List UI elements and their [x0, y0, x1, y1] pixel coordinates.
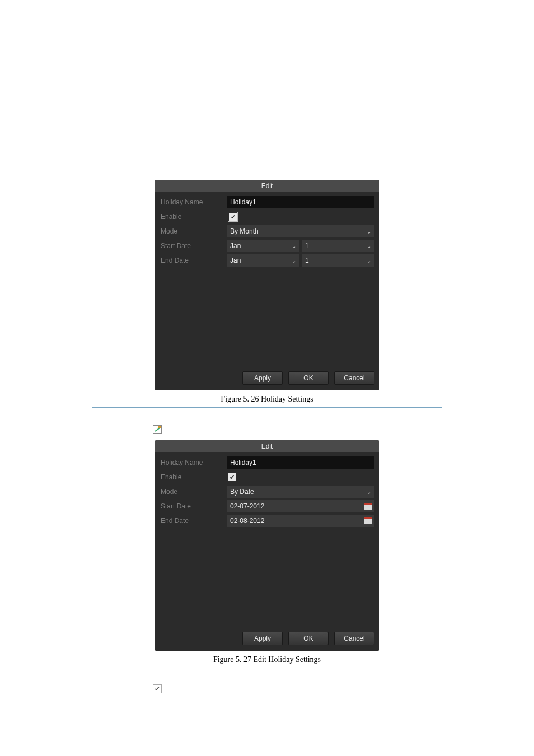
mode-label: Mode — [160, 488, 227, 496]
calendar-icon — [364, 503, 372, 510]
dialog-footer: Apply OK Cancel — [155, 367, 379, 390]
end-month-value: Jan — [230, 256, 241, 264]
ok-button[interactable]: OK — [288, 371, 329, 385]
chevron-down-icon: ⌄ — [367, 489, 371, 495]
end-day-select[interactable]: 1 ⌄ — [302, 254, 374, 267]
enable-label: Enable — [160, 473, 227, 481]
start-date-field[interactable]: 02-07-2012 — [227, 500, 374, 512]
end-month-select[interactable]: Jan ⌄ — [227, 254, 299, 267]
mode-select[interactable]: By Date ⌄ — [227, 486, 374, 498]
start-date-label: Start Date — [160, 502, 227, 510]
section-rule — [92, 407, 442, 408]
edit-holiday-dialog-1: Edit Holiday Name Enable ✔ Mode B — [155, 180, 379, 390]
chevron-down-icon: ⌄ — [367, 243, 371, 249]
end-date-label: End Date — [160, 517, 227, 525]
start-month-select[interactable]: Jan ⌄ — [227, 240, 299, 252]
page-top-rule — [53, 34, 481, 34]
cancel-button[interactable]: Cancel — [334, 371, 374, 385]
checkbox-icon: ✔ — [153, 684, 162, 693]
dialog-body: Holiday Name Enable ✔ Mode By Date ⌄ — [155, 452, 379, 627]
chevron-down-icon: ⌄ — [367, 258, 371, 264]
holiday-name-label: Holiday Name — [160, 459, 227, 466]
edit-icon — [153, 425, 162, 434]
mode-select-value: By Month — [230, 227, 259, 235]
start-day-select[interactable]: 1 ⌄ — [302, 240, 374, 252]
chevron-down-icon: ⌄ — [292, 243, 296, 249]
dialog-title: Edit — [155, 440, 379, 452]
dialog-title: Edit — [155, 180, 379, 192]
chevron-down-icon: ⌄ — [292, 258, 296, 264]
mode-label: Mode — [160, 227, 227, 235]
dialog-footer: Apply OK Cancel — [155, 627, 379, 651]
enable-label: Enable — [160, 213, 227, 221]
dialog-spacer — [160, 268, 374, 363]
cancel-button[interactable]: Cancel — [334, 632, 374, 645]
apply-button[interactable]: Apply — [242, 371, 283, 385]
edit-holiday-dialog-2: Edit Holiday Name Enable ✔ Mode By Date … — [155, 440, 379, 651]
enable-checkbox[interactable]: ✔ — [228, 473, 236, 481]
dialog-spacer — [160, 529, 374, 624]
enable-checkbox[interactable]: ✔ — [229, 213, 237, 221]
end-day-value: 1 — [305, 256, 309, 264]
start-month-value: Jan — [230, 242, 241, 250]
apply-button[interactable]: Apply — [242, 632, 283, 645]
holiday-name-input[interactable] — [227, 196, 374, 208]
mode-select[interactable]: By Month ⌄ — [227, 225, 374, 237]
holiday-name-input[interactable] — [227, 456, 374, 469]
end-date-value: 02-08-2012 — [230, 517, 264, 525]
section-rule — [92, 668, 442, 668]
calendar-icon — [364, 517, 372, 524]
start-date-label: Start Date — [160, 242, 227, 250]
dialog-body: Holiday Name Enable ✔ Mode By Month ⌄ — [155, 192, 379, 367]
start-day-value: 1 — [305, 242, 309, 250]
mode-select-value: By Date — [230, 488, 254, 496]
chevron-down-icon: ⌄ — [367, 228, 371, 235]
ok-button[interactable]: OK — [288, 632, 329, 645]
end-date-field[interactable]: 02-08-2012 — [227, 515, 374, 527]
end-date-label: End Date — [160, 256, 227, 264]
holiday-name-label: Holiday Name — [160, 198, 227, 206]
start-date-value: 02-07-2012 — [230, 502, 264, 510]
figure-caption-2: Figure 5. 27 Edit Holiday Settings — [53, 655, 481, 664]
figure-caption-1: Figure 5. 26 Holiday Settings — [53, 395, 481, 404]
